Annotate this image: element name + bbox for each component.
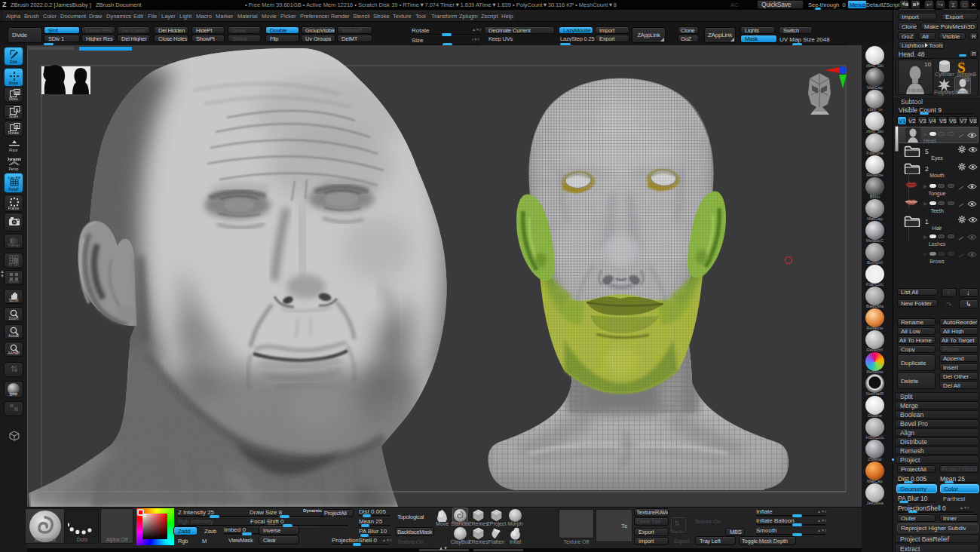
svg-text:M: M xyxy=(15,90,19,95)
svg-text:Line Fill: Line Fill xyxy=(8,176,20,179)
svg-text:Dynamic: Dynamic xyxy=(8,157,21,161)
svg-text:S: S xyxy=(15,108,18,112)
svg-text:R: R xyxy=(15,124,19,129)
